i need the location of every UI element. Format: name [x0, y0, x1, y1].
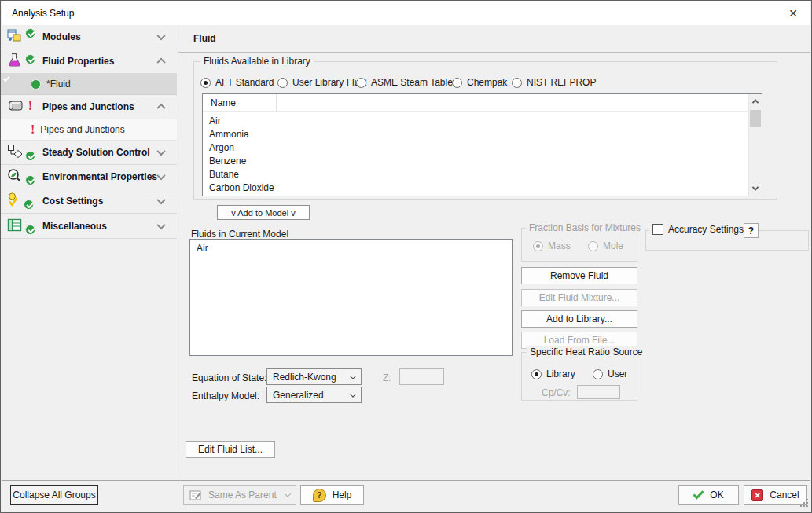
- sidebar-item-modules[interactable]: Modules: [1, 25, 177, 49]
- same-as-parent-combobox: Same As Parent: [183, 485, 296, 505]
- cancel-x-icon: ✕: [751, 489, 763, 501]
- radio-dot: [512, 78, 522, 88]
- sidebar-item-fluid[interactable]: *Fluid: [1, 74, 177, 95]
- radio-user[interactable]: User: [593, 368, 627, 379]
- radio-dot: [277, 78, 288, 88]
- z-field: [399, 368, 444, 385]
- eos-label: Equation of State:: [192, 372, 266, 383]
- table-icon: [7, 218, 37, 235]
- list-item[interactable]: Air: [190, 240, 512, 254]
- radio-dot: [533, 241, 543, 251]
- edit-fluid-mixture-button: Edit Fluid Mixture...: [521, 289, 637, 306]
- page-title: Fluid: [193, 33, 216, 44]
- fraction-basis-group: Fraction Basis for Mixtures Mass Mole: [521, 228, 637, 262]
- chevron-down-icon: [156, 220, 165, 229]
- group-title: Fraction Basis for Mixtures: [526, 222, 644, 233]
- fluids-in-model-list: Air: [189, 239, 513, 356]
- radio-label: Library: [546, 368, 575, 379]
- chevron-down-icon: [350, 372, 356, 379]
- sidebar-item-pipes-and-junctions-child[interactable]: ! Pipes and Junctions: [1, 119, 177, 141]
- radio-asme-steam-tables[interactable]: ASME Steam Tables: [356, 77, 457, 88]
- column-header-label: Name: [211, 97, 236, 108]
- check-icon: [693, 488, 704, 499]
- current-model-label: Fluids in Current Model: [191, 229, 288, 240]
- list-item[interactable]: Ammonia: [203, 127, 762, 141]
- chevron-down-icon: [285, 490, 291, 497]
- scrollbar-thumb[interactable]: [750, 110, 761, 127]
- list-item[interactable]: Butane: [203, 167, 762, 181]
- pipe-icon: !: [7, 98, 37, 115]
- list-item[interactable]: Argon: [203, 141, 762, 154]
- analysis-setup-dialog: Analysis Setup ✕ Modules Fluid Propertie…: [0, 0, 812, 513]
- radio-nist-refprop[interactable]: NIST REFPROP: [512, 77, 596, 88]
- chevron-down-icon: [156, 31, 165, 40]
- cpcv-label: Cp/Cv:: [542, 387, 571, 398]
- scrollbar[interactable]: [748, 94, 762, 196]
- radio-mass: Mass: [533, 240, 571, 251]
- sidebar-item-pipes-and-junctions[interactable]: ! Pipes and Junctions: [1, 95, 177, 119]
- eos-combobox[interactable]: Redlich-Kwong: [266, 368, 362, 385]
- help-button[interactable]: ? Help: [300, 485, 364, 505]
- fluid-library-list: Name Air Ammonia Argon Benzene Butane Ca…: [202, 93, 762, 196]
- sidebar-item-environmental-properties[interactable]: Environmental Properties: [1, 165, 177, 189]
- radio-label: ASME Steam Tables: [371, 77, 457, 88]
- column-header-name[interactable]: Name: [203, 94, 762, 112]
- radio-dot: [452, 78, 462, 88]
- status-error-icon: !: [28, 99, 32, 113]
- list-item[interactable]: Air: [203, 114, 762, 127]
- radio-library[interactable]: Library: [531, 368, 575, 379]
- sidebar-item-cost-settings[interactable]: Cost Settings: [1, 189, 177, 214]
- chevron-down-icon: [156, 171, 165, 180]
- collapse-all-groups-button[interactable]: Collapse All Groups: [10, 485, 98, 505]
- footer-bar: Collapse All Groups Same As Parent ? Hel…: [2, 480, 810, 511]
- radio-chempak[interactable]: Chempak: [452, 77, 507, 88]
- list-item[interactable]: Carbon Dioxide: [203, 181, 762, 194]
- accuracy-settings-group: Accuracy Settings ?: [645, 230, 809, 251]
- radio-label: Chempak: [467, 77, 507, 88]
- sidebar-item-label: Fluid Properties: [42, 56, 158, 67]
- checkbox-label: Accuracy Settings: [668, 224, 744, 235]
- radio-label: NIST REFPROP: [527, 77, 596, 88]
- radio-label: AFT Standard: [215, 77, 274, 88]
- radio-user-library-fluid[interactable]: User Library Fluid: [277, 77, 367, 88]
- magnifier-leaf-icon: [7, 168, 37, 185]
- ok-button[interactable]: OK: [678, 485, 739, 505]
- radio-label: Mass: [548, 240, 571, 251]
- specific-heat-ratio-group: Specific Heat Ratio Source Library User …: [521, 352, 637, 401]
- resize-grip[interactable]: [799, 498, 809, 510]
- status-ok-badge: [31, 79, 41, 90]
- status-ok-badge: [25, 175, 35, 185]
- radio-aft-standard[interactable]: AFT Standard: [200, 77, 274, 88]
- window-title: Analysis Setup: [12, 8, 74, 19]
- edit-fluid-list-button[interactable]: Edit Fluid List...: [186, 441, 275, 458]
- accuracy-help-button[interactable]: ?: [744, 223, 759, 238]
- status-ok-badge: [25, 225, 35, 235]
- sidebar-item-label: Environmental Properties: [42, 171, 158, 182]
- combo-value: Redlich-Kwong: [273, 372, 351, 383]
- sidebar-item-steady-solution-control[interactable]: Steady Solution Control: [1, 141, 177, 165]
- accuracy-settings-checkbox[interactable]: [652, 224, 663, 235]
- cpcv-field: [577, 385, 620, 399]
- scroll-down-icon[interactable]: [749, 182, 762, 195]
- status-ok-badge: [25, 54, 35, 64]
- chevron-up-icon: [156, 104, 165, 112]
- sidebar-item-fluid-properties[interactable]: Fluid Properties: [1, 49, 177, 74]
- flask-icon: [7, 53, 37, 70]
- close-icon[interactable]: ✕: [781, 3, 806, 23]
- scroll-up-icon[interactable]: [749, 95, 762, 108]
- enthalpy-combobox[interactable]: Generalized: [266, 387, 362, 403]
- edit-form-icon: [189, 489, 202, 501]
- column-separator: [276, 94, 277, 112]
- sidebar-item-label: Pipes and Junctions: [42, 101, 158, 112]
- radio-dot: [588, 241, 598, 251]
- add-to-library-button[interactable]: Add to Library...: [521, 310, 637, 328]
- sidebar-item-miscellaneous[interactable]: Miscellaneous: [1, 214, 177, 239]
- cancel-button[interactable]: ✕ Cancel: [744, 485, 807, 505]
- add-to-model-button[interactable]: v Add to Model v: [217, 205, 310, 220]
- title-bar: Analysis Setup ✕: [2, 1, 810, 25]
- list-item[interactable]: Benzene: [203, 154, 762, 167]
- remove-fluid-button[interactable]: Remove Fluid: [521, 267, 637, 284]
- chevron-down-icon: [156, 196, 165, 204]
- combo-value: Same As Parent: [208, 489, 285, 500]
- sidebar-item-label: Modules: [42, 31, 158, 42]
